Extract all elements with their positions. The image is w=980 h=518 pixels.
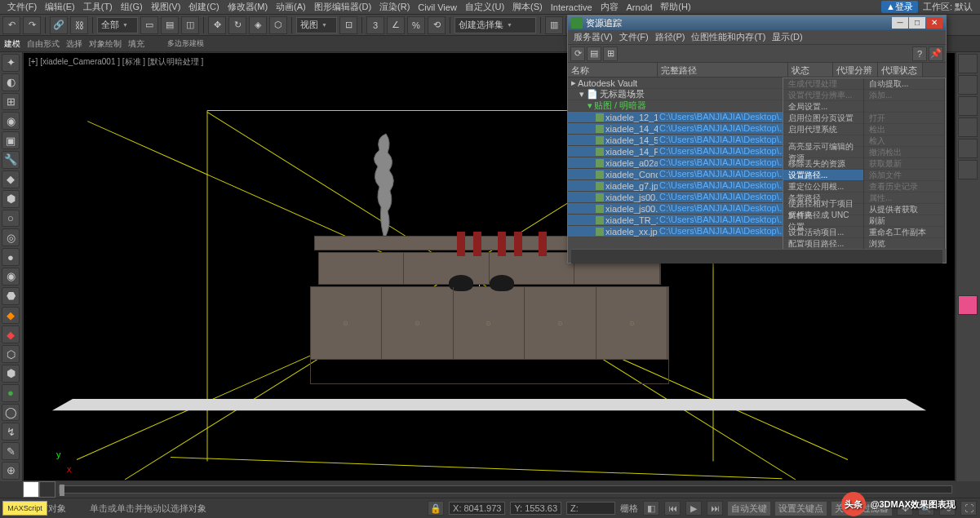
unlink-button[interactable]: ⛓ — [70, 16, 88, 34]
ctx-item[interactable]: 刷新 — [864, 215, 944, 227]
lt-icon-17[interactable]: ⬢ — [2, 365, 20, 383]
ctx-item[interactable]: 获取最新 — [864, 158, 944, 170]
cp-motion-icon[interactable] — [958, 117, 978, 137]
lt-icon-18[interactable]: ● — [2, 384, 20, 402]
ctx-item[interactable]: 检入 — [864, 135, 944, 147]
menu-graph[interactable]: 图形编辑器(D) — [311, 0, 375, 14]
col-pstat[interactable]: 代理状态 — [878, 63, 923, 77]
lt-icon-14[interactable]: ◆ — [2, 307, 20, 325]
snap-button[interactable]: 3 — [366, 16, 384, 34]
viewport-label[interactable]: [+] [xiadele_Camera001 ] [标准 ] [默认明暗处理 ] — [29, 56, 203, 68]
ribbon-modeling[interactable]: 建模 — [4, 38, 20, 50]
at-tool-refresh-icon[interactable]: ⟳ — [570, 46, 585, 61]
cp-hierarchy-icon[interactable] — [958, 96, 978, 116]
at-menu-display[interactable]: 显示(D) — [769, 31, 805, 43]
place-button[interactable]: ⬡ — [269, 16, 287, 34]
time-slider[interactable]: 0 / 100 — [23, 481, 956, 498]
menu-civil[interactable]: Civil View — [415, 2, 459, 13]
pivot-button[interactable]: ⊡ — [339, 16, 357, 34]
ctx-item[interactable]: 撤消检出 — [864, 147, 944, 158]
coord-z[interactable]: Z: — [566, 502, 615, 515]
at-menu-bitmap[interactable]: 位图性能和内存(T) — [689, 31, 768, 43]
coord-x[interactable]: X: 8041.973 — [449, 502, 505, 515]
at-titlebar[interactable]: 资源追踪 ─ □ ✕ — [568, 15, 946, 30]
link-button[interactable]: 🔗 — [50, 16, 68, 34]
lt-icon-9[interactable]: ○ — [2, 210, 20, 228]
autokey-button[interactable]: 自动关键 — [728, 502, 770, 516]
at-tool-highlight-icon[interactable]: ▤ — [587, 46, 601, 61]
close-button[interactable]: ✕ — [926, 17, 942, 29]
lt-hierarchy-icon[interactable]: ⊞ — [2, 93, 20, 111]
at-tool-help-icon[interactable]: ? — [912, 46, 927, 61]
col-status[interactable]: 状态 — [788, 63, 833, 77]
mirror-button[interactable]: ▥ — [545, 16, 563, 34]
lock-icon[interactable]: 🔒 — [428, 501, 444, 516]
ctx-item[interactable]: 查看历史记录 — [864, 181, 944, 193]
menu-group[interactable]: 组(G) — [118, 0, 146, 14]
lt-icon-20[interactable]: ↯ — [2, 423, 20, 441]
menu-animation[interactable]: 动画(A) — [273, 0, 309, 14]
ribbon-selection[interactable]: 选择 — [66, 38, 82, 50]
play-next-icon[interactable]: ⏭ — [707, 501, 723, 516]
lt-icon-13[interactable]: ⬣ — [2, 287, 20, 305]
maxscript-button[interactable]: MAXScript — [2, 501, 47, 516]
select-button[interactable]: ▭ — [140, 16, 158, 34]
menu-interactive[interactable]: Interactive — [548, 2, 596, 13]
menu-modifiers[interactable]: 修改器(M) — [224, 0, 272, 14]
select-region-button[interactable]: ◫ — [181, 16, 199, 34]
ctx-item[interactable]: 从提供者获取 — [864, 204, 944, 215]
ctx-item[interactable]: 添加... — [864, 90, 944, 101]
ctx-item[interactable]: 属性... — [864, 193, 944, 204]
swatch-grey[interactable] — [39, 481, 55, 498]
ctx-item[interactable]: 重定位公用根... — [783, 181, 863, 193]
time-track[interactable] — [59, 485, 952, 494]
ctx-item[interactable]: 解析路径成 UNC 位置 — [783, 215, 863, 227]
lt-icon-22[interactable]: ⊕ — [2, 462, 20, 480]
at-menu-file[interactable]: 文件(F) — [617, 31, 651, 43]
ribbon-freeform[interactable]: 自由形式 — [27, 38, 60, 50]
lt-icon-7[interactable]: ◆ — [2, 170, 20, 188]
lt-modify-icon[interactable]: ◐ — [2, 73, 20, 91]
undo-button[interactable]: ↶ — [2, 16, 20, 34]
redo-button[interactable]: ↷ — [23, 16, 41, 34]
menu-content[interactable]: 内容 — [597, 0, 622, 14]
cp-utilities-icon[interactable] — [958, 160, 978, 179]
at-tool-pin-icon[interactable]: 📌 — [929, 46, 943, 61]
lt-icon-10[interactable]: ◎ — [2, 228, 20, 246]
ctx-item[interactable] — [864, 101, 944, 113]
ribbon-populate[interactable]: 填充 — [128, 38, 144, 50]
lt-create-icon[interactable]: ✦ — [2, 54, 20, 72]
lt-motion-icon[interactable]: ◉ — [2, 112, 20, 130]
move-button[interactable]: ✥ — [208, 16, 226, 34]
col-name[interactable]: 名称 — [568, 63, 658, 77]
menu-tools[interactable]: 工具(T) — [80, 0, 116, 14]
col-path[interactable]: 完整路径 — [658, 63, 788, 77]
ctx-item[interactable]: 启用位图分页设置 — [783, 113, 863, 124]
lt-icon-12[interactable]: ◉ — [2, 268, 20, 286]
filter-dropdown[interactable]: 全部 — [97, 17, 138, 33]
ctx-item[interactable]: 配置项目路径... — [783, 238, 863, 249]
lt-icon-15[interactable]: ◆ — [2, 325, 20, 343]
maximize-button[interactable]: □ — [909, 17, 925, 29]
col-proxy[interactable]: 代理分辨率 — [833, 63, 878, 77]
coord-y[interactable]: Y: 1553.63 — [510, 502, 561, 515]
percent-snap-button[interactable]: % — [407, 16, 425, 34]
ctx-item[interactable]: 全局设置... — [783, 101, 863, 113]
nav-max-icon[interactable]: ⛶ — [960, 501, 977, 516]
ctx-item[interactable]: 设置代理分辨率... — [783, 90, 863, 101]
menu-create[interactable]: 创建(C) — [185, 0, 222, 14]
lt-icon-8[interactable]: ⬢ — [2, 190, 20, 208]
menu-view[interactable]: 视图(V) — [148, 0, 184, 14]
rotate-button[interactable]: ↻ — [228, 16, 246, 34]
spinner-snap-button[interactable]: ⟲ — [428, 16, 446, 34]
ctx-item[interactable]: 浏览 — [864, 238, 944, 249]
lt-icon-21[interactable]: ✎ — [2, 442, 20, 460]
play-prev-icon[interactable]: ⏮ — [664, 501, 681, 516]
at-tool-tree-icon[interactable]: ⊞ — [603, 46, 618, 61]
menu-arnold[interactable]: Arnold — [623, 2, 656, 13]
ribbon-paint[interactable]: 对象绘制 — [89, 38, 122, 50]
ctx-item[interactable]: 设置路径... — [783, 170, 863, 181]
menu-edit[interactable]: 编辑(E) — [42, 0, 78, 14]
minimize-button[interactable]: ─ — [892, 17, 908, 29]
angle-snap-button[interactable]: ∠ — [387, 16, 405, 34]
